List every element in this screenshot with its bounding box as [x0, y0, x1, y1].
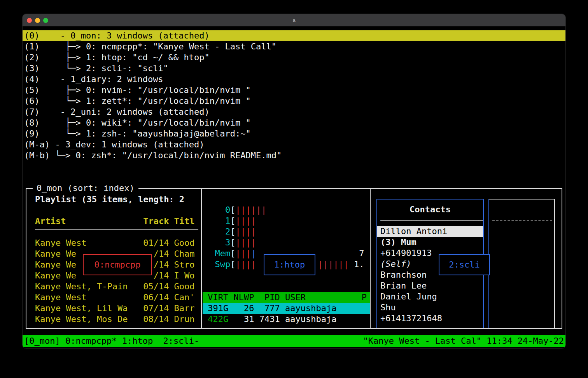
- terminal-window: a (0) - 0_mon: 3 windows (attached) (1) …: [22, 14, 566, 349]
- cpu1-meter: 1[||||: [205, 215, 368, 226]
- process-row-rest: 31 7431 aayushbaja: [228, 314, 336, 324]
- meter-bracket: [: [230, 216, 235, 226]
- process-table-header: VIRT NLWP PID USERP: [203, 292, 370, 303]
- playlist-title: Playlist (35 items, length: 2: [35, 194, 184, 205]
- tree-row-window-scli[interactable]: (3) └─> 2: scli-: "scli": [23, 63, 565, 74]
- playlist-row: Kanye West, T-Pain 05/14 Good: [35, 281, 195, 292]
- contact-item-selected: Dillon Antoni: [377, 226, 483, 237]
- window-titlebar[interactable]: a: [23, 14, 565, 26]
- contact-item: (3) Mum: [377, 237, 483, 248]
- tmux-status-bar: [0_mon] 0:ncmpcpp* 1:htop 2:scli- "Kanye…: [23, 335, 565, 347]
- playlist-column-headers: Artist Track Titl: [35, 216, 195, 227]
- pane-label-scli: 2:scli: [439, 254, 490, 275]
- tree-row-session-0-mon[interactable]: (0) - 0_mon: 3 windows (attached): [23, 30, 565, 41]
- tree-row-window-wiki[interactable]: (8) ├─> 0: wiki*: "/usr/local/bin/nvim ": [23, 117, 565, 128]
- tree-row-session-1-diary[interactable]: (4) - 1_diary: 2 windows: [23, 74, 565, 85]
- meter-bars: |||: [235, 248, 251, 258]
- playlist-rows: Kanye West 01/14 Good Kanye We /14 Cham …: [35, 238, 195, 325]
- process-virt-value: 422G: [203, 314, 228, 324]
- meter-bracket: [: [230, 248, 235, 258]
- tree-row-session-2-uni[interactable]: (7) - 2_uni: 2 windows (attached): [23, 107, 565, 117]
- meter-label: 0: [205, 205, 230, 215]
- contact-item: Shu: [377, 302, 483, 313]
- meter-label: 2: [205, 226, 230, 237]
- meter-bracket: [: [230, 238, 235, 247]
- swp-value: 1.: [354, 259, 364, 270]
- tree-row-window-nvim[interactable]: (5) ├─> 0: nvim-: "/usr/local/bin/nvim ": [23, 85, 565, 96]
- meter-label: 3: [205, 237, 230, 248]
- meter-bracket: [: [230, 205, 235, 215]
- contact-item: Daniel Jung: [377, 291, 483, 302]
- contact-item: +61413721648: [377, 313, 483, 324]
- meter-bars: ||||: [235, 238, 256, 247]
- tree-row-window-zsh-readme[interactable]: (M-b) └─> 0: zsh*: "/usr/local/bin/nvim …: [23, 150, 565, 161]
- process-row: 422G 31 7431 aayushbaja: [203, 314, 370, 325]
- playlist-row: Kanye West, Lil Wa 07/14 Barr: [35, 303, 195, 314]
- chat-pane-top-border: [489, 199, 554, 200]
- contacts-separator: ────────────────────: [377, 215, 483, 226]
- pane-label-ncmpcpp: 0:ncmpcpp: [83, 254, 152, 275]
- cpu3-meter: 3[||||: [205, 237, 368, 248]
- meter-label: Mem: [205, 248, 230, 259]
- meter-bars: ||||: [235, 216, 256, 226]
- playlist-row: Kanye West, Mos De 08/14 Drun: [35, 314, 195, 325]
- pane-label-htop: 1:htop: [264, 254, 315, 275]
- tree-row-window-zsh[interactable]: (9) └─> 1: zsh-: "aayushbajaj@abelard:~": [23, 128, 565, 139]
- tree-row-window-ncmpcpp[interactable]: (1) ├─> 0: ncmpcpp*: "Kanye West - Last …: [23, 41, 565, 52]
- window-title: a: [23, 14, 565, 26]
- tmux-session-tree: (0) - 0_mon: 3 windows (attached) (1) ├─…: [23, 30, 565, 161]
- tree-row-window-zett[interactable]: (6) └─> 1: zett*: "/usr/local/bin/nvim ": [23, 96, 565, 107]
- meter-bars-buffers: |: [251, 248, 256, 258]
- process-table-header-text: VIRT NLWP PID USER: [203, 292, 306, 302]
- process-row-selected: 391G 26 777 aayushbaja: [203, 303, 370, 314]
- process-table-header-right: P: [362, 292, 367, 303]
- meter-bars: ||||||: [318, 259, 348, 270]
- pane-divider: [370, 189, 371, 328]
- playlist-row: Kanye West 01/14 Good: [35, 238, 195, 248]
- session-preview-pane: 0_mon (sort: index) Playlist (35 items, …: [26, 188, 562, 329]
- meter-label: Swp: [205, 259, 230, 270]
- playlist-row: Kanye West 06/14 Can': [35, 292, 195, 303]
- status-window-list[interactable]: [0_mon] 0:ncmpcpp* 1:htop 2:scli-: [24, 335, 199, 347]
- contacts-title: Contacts: [377, 204, 483, 215]
- cpu2-meter: 2[||||: [205, 226, 368, 237]
- meter-bars: ||||||: [235, 205, 266, 215]
- meter-label: 1: [205, 215, 230, 226]
- contact-item: Brian Lee: [377, 280, 483, 291]
- terminal-content: (0) - 0_mon: 3 windows (attached) (1) ├─…: [23, 26, 565, 348]
- playlist-header-separator: [35, 229, 198, 230]
- meter-bracket: [: [230, 259, 235, 269]
- tree-row-session-3-dev[interactable]: (M-a) - 3_dev: 1 windows (attached): [23, 139, 565, 150]
- tree-row-window-htop[interactable]: (2) ├─> 1: htop: "cd ~/ && htop": [23, 52, 565, 63]
- meter-bars: ||||: [235, 227, 256, 236]
- htop-process-table: VIRT NLWP PID USERP 391G 26 777 aayushba…: [203, 292, 370, 325]
- chat-pane-dashed-separator: [492, 220, 552, 221]
- meter-bars: ||||: [235, 259, 256, 269]
- status-right-clock: "Kanye West - Last Cal" 11:34 24-May-22: [363, 335, 564, 347]
- meter-bracket: [: [230, 227, 235, 236]
- cpu0-meter: 0[||||||: [205, 205, 368, 215]
- mem-value: 7: [359, 248, 364, 259]
- chat-pane-right-border: [554, 199, 555, 328]
